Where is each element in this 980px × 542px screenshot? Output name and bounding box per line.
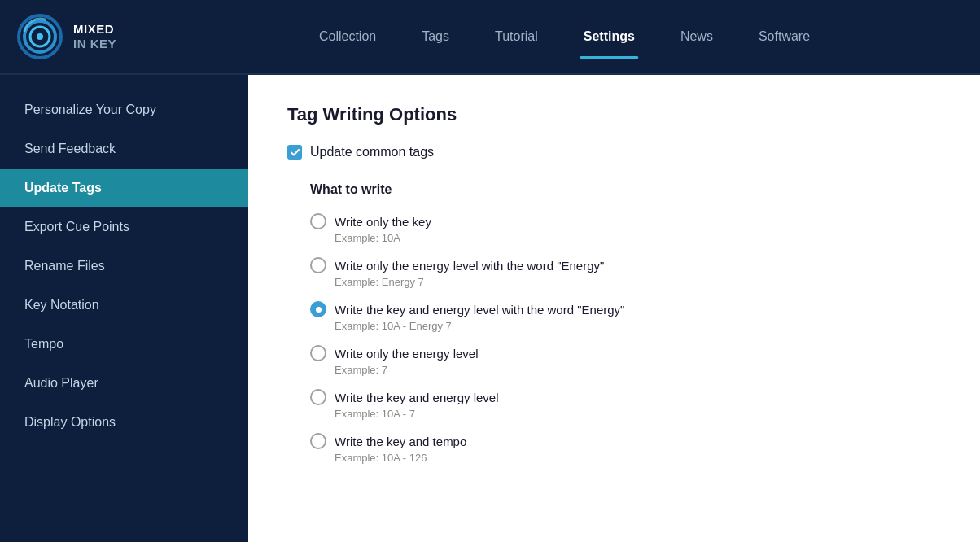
radio-label-5: Write the key and energy level — [335, 391, 499, 404]
nav: Collection Tags Tutorial Settings News S… — [165, 21, 964, 52]
radio-row-6[interactable]: Write the key and tempo — [310, 433, 941, 449]
logo-text: MIXEDIN KEY — [73, 22, 116, 51]
radio-row-4[interactable]: Write only the energy level — [310, 345, 941, 361]
main-layout: Personalize Your Copy Send Feedback Upda… — [0, 75, 980, 542]
radio-label-3: Write the key and energy level with the … — [335, 303, 624, 317]
radio-example-2: Example: Energy 7 — [335, 276, 941, 288]
radio-label-1: Write only the key — [335, 215, 431, 229]
radio-label-4: Write only the energy level — [335, 347, 478, 361]
radio-option-6: Write the key and tempo Example: 10A - 1… — [310, 433, 941, 464]
header: MIXEDIN KEY Collection Tags Tutorial Set… — [0, 0, 980, 73]
logo-icon — [16, 13, 63, 60]
sidebar-item-export-cue[interactable]: Export Cue Points — [0, 208, 248, 246]
nav-settings[interactable]: Settings — [561, 21, 658, 52]
radio-option-1: Write only the key Example: 10A — [310, 213, 941, 244]
section-title: Tag Writing Options — [287, 104, 941, 125]
radio-group: Write only the key Example: 10A Write on… — [310, 213, 941, 477]
radio-label-6: Write the key and tempo — [335, 435, 466, 448]
radio-circle-6[interactable] — [310, 433, 326, 449]
update-tags-label: Update common tags — [310, 145, 434, 160]
sidebar-item-rename[interactable]: Rename Files — [0, 247, 248, 285]
sidebar-item-update-tags[interactable]: Update Tags — [0, 169, 248, 207]
nav-software[interactable]: Software — [736, 21, 833, 52]
radio-example-6: Example: 10A - 126 — [335, 452, 941, 464]
sidebar: Personalize Your Copy Send Feedback Upda… — [0, 75, 248, 542]
radio-row-2[interactable]: Write only the energy level with the wor… — [310, 257, 941, 273]
sidebar-item-feedback[interactable]: Send Feedback — [0, 130, 248, 168]
nav-collection[interactable]: Collection — [296, 21, 399, 52]
radio-example-5: Example: 10A - 7 — [335, 408, 941, 420]
radio-option-4: Write only the energy level Example: 7 — [310, 345, 941, 376]
svg-point-3 — [37, 33, 43, 40]
what-to-write-title: What to write — [310, 182, 941, 197]
radio-example-3: Example: 10A - Energy 7 — [335, 320, 941, 332]
sidebar-item-tempo[interactable]: Tempo — [0, 326, 248, 363]
logo: MIXEDIN KEY — [16, 13, 116, 60]
radio-row-5[interactable]: Write the key and energy level — [310, 389, 941, 405]
update-tags-checkbox[interactable] — [287, 145, 302, 160]
nav-news[interactable]: News — [658, 21, 736, 52]
update-common-tags-row[interactable]: Update common tags — [287, 145, 941, 160]
radio-option-2: Write only the energy level with the wor… — [310, 257, 941, 288]
sidebar-item-display-options[interactable]: Display Options — [0, 404, 248, 441]
radio-circle-1[interactable] — [310, 213, 326, 229]
radio-option-3: Write the key and energy level with the … — [310, 301, 941, 332]
radio-example-1: Example: 10A — [335, 232, 941, 244]
radio-circle-4[interactable] — [310, 345, 326, 361]
content: Tag Writing Options Update common tags W… — [248, 75, 980, 542]
nav-tags[interactable]: Tags — [399, 21, 472, 52]
radio-circle-3[interactable] — [310, 301, 326, 317]
radio-circle-5[interactable] — [310, 389, 326, 405]
radio-circle-2[interactable] — [310, 257, 326, 273]
nav-tutorial[interactable]: Tutorial — [472, 21, 561, 52]
sidebar-item-audio-player[interactable]: Audio Player — [0, 365, 248, 402]
radio-option-5: Write the key and energy level Example: … — [310, 389, 941, 420]
sidebar-item-key-notation[interactable]: Key Notation — [0, 286, 248, 324]
sidebar-item-personalize[interactable]: Personalize Your Copy — [0, 91, 248, 129]
radio-label-2: Write only the energy level with the wor… — [335, 259, 604, 273]
radio-row-3[interactable]: Write the key and energy level with the … — [310, 301, 941, 317]
radio-row-1[interactable]: Write only the key — [310, 213, 941, 229]
radio-example-4: Example: 7 — [335, 364, 941, 376]
